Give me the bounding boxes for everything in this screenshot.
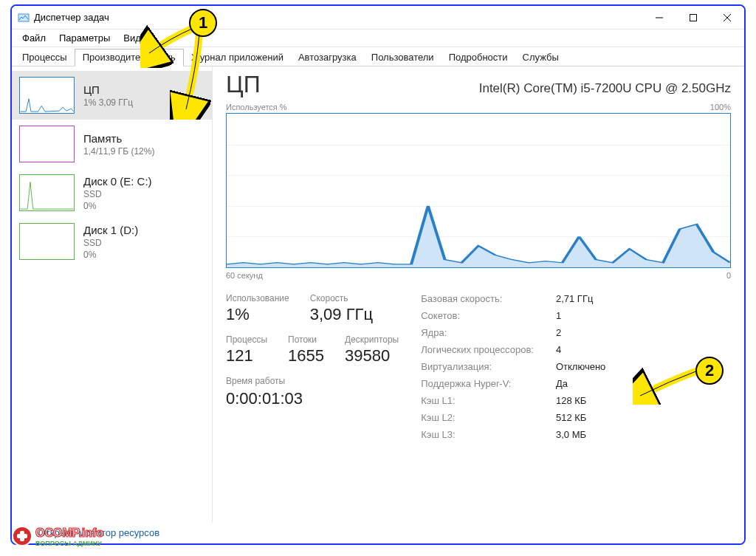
watermark: OCOMP.info ВОПРОСЫ АДМИНУ xyxy=(10,523,140,552)
spec-label: Базовая скорость: xyxy=(421,293,534,304)
menu-item-1[interactable]: Параметры xyxy=(53,31,116,45)
spec-label: Кэш L1: xyxy=(421,395,534,406)
sidebar-item-title: Память xyxy=(83,132,154,145)
stat-label: Процессы xyxy=(226,334,267,345)
minimize-button[interactable] xyxy=(642,6,676,29)
spec-label: Виртуализация: xyxy=(421,361,534,372)
uptime-label: Время работы xyxy=(226,376,399,386)
annotation-arrow-1b xyxy=(170,31,214,120)
sidebar-thumb-0 xyxy=(19,77,75,114)
sidebar-item-title: ЦП xyxy=(83,83,133,96)
spec-label: Кэш L3: xyxy=(421,429,534,440)
stat-block: Скорость3,09 ГГц xyxy=(310,293,373,324)
stat-block: Процессы121 xyxy=(226,334,267,365)
chart-y-label: Используется % xyxy=(226,103,287,111)
sidebar-item-sub: 1,4/11,9 ГБ (12%) xyxy=(83,146,154,157)
spec-label: Кэш L2: xyxy=(421,412,534,423)
spec-value: 2,71 ГГц xyxy=(556,293,605,304)
stat-block: Использование1% xyxy=(226,293,289,324)
stat-block: Потоки1655 xyxy=(288,334,324,365)
sidebar-item-3[interactable]: Диск 1 (D:)SSD0% xyxy=(12,217,212,266)
svg-text:ВОПРОСЫ АДМИНУ: ВОПРОСЫ АДМИНУ xyxy=(35,540,102,547)
tab-0[interactable]: Процессы xyxy=(15,49,75,66)
sidebar: ЦП1% 3,09 ГГцПамять1,4/11,9 ГБ (12%)Диск… xyxy=(12,66,213,523)
annotation-marker-2: 2 xyxy=(695,357,724,385)
spec-value: 3,0 МБ xyxy=(556,429,605,440)
chart-x-left: 60 секунд xyxy=(226,271,263,280)
sidebar-item-sub2: 0% xyxy=(83,201,152,211)
svg-rect-11 xyxy=(17,534,27,538)
sidebar-item-sub2: 0% xyxy=(83,250,138,260)
spec-value: 512 КБ xyxy=(556,412,605,423)
menubar: ФайлПараметрыВид xyxy=(12,30,744,47)
sidebar-item-sub: SSD xyxy=(83,238,138,248)
stat-label: Использование xyxy=(226,293,289,303)
stat-value: 1655 xyxy=(288,346,324,365)
svg-text:OCOMP.info: OCOMP.info xyxy=(35,526,103,539)
cpu-chart xyxy=(226,113,731,268)
stat-block: Дескрипторы39580 xyxy=(345,334,399,365)
spec-value: 1 xyxy=(556,310,605,321)
stat-label: Дескрипторы xyxy=(345,334,399,345)
spec-value: Да xyxy=(556,378,605,389)
titlebar: Диспетчер задач xyxy=(12,6,744,30)
task-manager-window: Диспетчер задач ФайлПараметрыВид Процесс… xyxy=(12,6,744,543)
spec-value: 128 КБ xyxy=(556,395,605,406)
tab-5[interactable]: Подробности xyxy=(441,49,515,66)
annotation-marker-1: 1 xyxy=(189,9,217,37)
spec-label: Поддержка Hyper-V: xyxy=(421,378,534,389)
stat-value: 39580 xyxy=(345,346,399,365)
spec-value: Отключено xyxy=(556,361,605,372)
sidebar-item-sub: SSD xyxy=(83,189,152,199)
sidebar-thumb-3 xyxy=(19,223,75,260)
sidebar-thumb-1 xyxy=(19,126,75,162)
sidebar-item-title: Диск 0 (E: C:) xyxy=(83,175,152,188)
spec-label: Сокетов: xyxy=(421,310,534,321)
svg-marker-5 xyxy=(227,206,730,267)
menu-item-0[interactable]: Файл xyxy=(16,31,52,45)
spec-label: Ядра: xyxy=(421,327,534,338)
app-icon xyxy=(18,12,30,24)
cpu-model: Intel(R) Core(TM) i5-7200U CPU @ 2.50GHz xyxy=(479,81,731,96)
stat-value: 121 xyxy=(226,346,267,365)
cpu-title: ЦП xyxy=(226,71,261,98)
tabstrip: ПроцессыПроизводительностьЖурнал приложе… xyxy=(12,47,744,66)
stat-label: Потоки xyxy=(288,334,324,345)
spec-value: 2 xyxy=(556,327,605,338)
spec-label: Логических процессоров: xyxy=(421,344,534,355)
close-button[interactable] xyxy=(710,6,744,29)
stat-label: Скорость xyxy=(310,293,373,303)
sidebar-thumb-2 xyxy=(19,174,75,211)
chart-y-max: 100% xyxy=(710,103,731,111)
stat-value: 1% xyxy=(226,305,289,324)
tab-3[interactable]: Автозагрузка xyxy=(291,49,364,66)
sidebar-item-sub: 1% 3,09 ГГц xyxy=(83,97,133,108)
uptime-value: 0:00:01:03 xyxy=(226,389,399,408)
window-title: Диспетчер задач xyxy=(34,12,109,23)
stat-value: 3,09 ГГц xyxy=(310,305,373,324)
content-pane: ЦП Intel(R) Core(TM) i5-7200U CPU @ 2.50… xyxy=(213,66,744,523)
spec-value: 4 xyxy=(556,344,605,355)
tab-4[interactable]: Пользователи xyxy=(364,49,441,66)
sidebar-item-2[interactable]: Диск 0 (E: C:)SSD0% xyxy=(12,168,212,217)
sidebar-item-1[interactable]: Память1,4/11,9 ГБ (12%) xyxy=(12,120,212,168)
svg-rect-2 xyxy=(690,14,697,21)
maximize-button[interactable] xyxy=(676,6,710,29)
tab-6[interactable]: Службы xyxy=(515,49,566,66)
sidebar-item-title: Диск 1 (D:) xyxy=(83,224,138,236)
chart-x-right: 0 xyxy=(726,271,731,280)
